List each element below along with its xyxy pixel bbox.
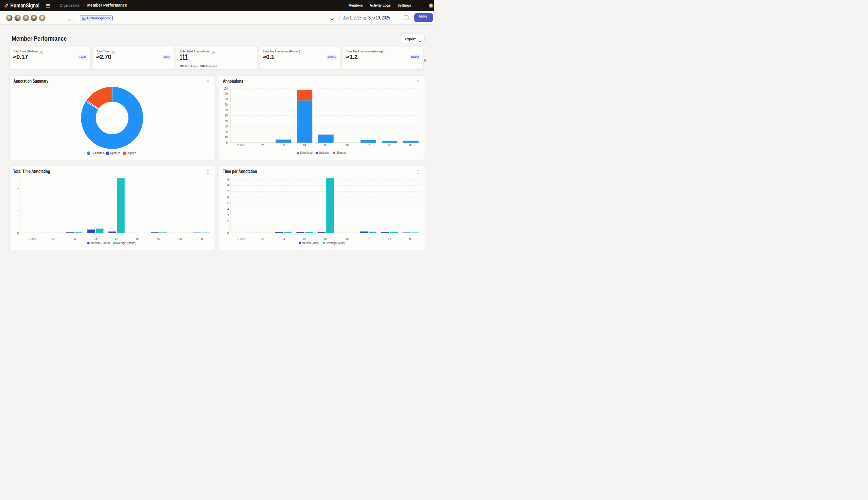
svg-text:80: 80 — [225, 98, 228, 101]
svg-text:60: 60 — [225, 109, 228, 112]
svg-text:0: 0 — [17, 231, 19, 235]
svg-text:4: 4 — [227, 208, 229, 211]
svg-text:03: 03 — [73, 237, 76, 240]
svg-text:06: 06 — [345, 144, 349, 147]
svg-text:10: 10 — [225, 136, 228, 139]
svg-text:1: 1 — [227, 225, 229, 228]
svg-text:90: 90 — [225, 92, 228, 95]
svg-text:2: 2 — [17, 188, 19, 191]
svg-text:05: 05 — [324, 144, 327, 147]
svg-text:100: 100 — [223, 87, 228, 90]
svg-text:5: 5 — [227, 202, 229, 205]
svg-text:01 2025: 01 2025 — [28, 237, 36, 240]
svg-text:04: 04 — [303, 237, 306, 240]
svg-text:04: 04 — [303, 144, 306, 147]
svg-text:08: 08 — [178, 237, 182, 240]
svg-text:3: 3 — [227, 214, 229, 217]
svg-text:70: 70 — [225, 103, 228, 106]
svg-text:0: 0 — [227, 231, 229, 235]
svg-text:08: 08 — [388, 237, 391, 240]
svg-text:09: 09 — [409, 144, 412, 147]
svg-text:03: 03 — [282, 144, 285, 147]
svg-text:05: 05 — [115, 237, 118, 240]
svg-text:04: 04 — [94, 237, 97, 240]
svg-text:6: 6 — [227, 196, 229, 199]
svg-text:06: 06 — [136, 237, 139, 240]
svg-text:02: 02 — [261, 237, 264, 240]
svg-text:9: 9 — [227, 178, 229, 181]
svg-text:1: 1 — [17, 209, 19, 213]
svg-text:09: 09 — [200, 237, 203, 240]
svg-text:2: 2 — [227, 219, 229, 223]
svg-text:07: 07 — [367, 237, 370, 240]
svg-text:01 2025: 01 2025 — [237, 144, 245, 147]
svg-text:7: 7 — [227, 190, 229, 193]
svg-text:40: 40 — [225, 120, 228, 123]
svg-text:07: 07 — [157, 237, 161, 240]
svg-text:08: 08 — [388, 144, 391, 147]
svg-text:06: 06 — [345, 237, 349, 240]
svg-text:09: 09 — [409, 237, 412, 240]
svg-text:01 2025: 01 2025 — [237, 237, 245, 240]
svg-text:50: 50 — [225, 114, 228, 117]
svg-text:02: 02 — [261, 144, 264, 147]
svg-text:07: 07 — [367, 144, 370, 147]
svg-text:8: 8 — [227, 184, 229, 187]
svg-text:0: 0 — [226, 141, 228, 144]
svg-text:03: 03 — [282, 237, 285, 240]
svg-text:20: 20 — [225, 130, 228, 134]
svg-text:30: 30 — [225, 125, 228, 128]
svg-text:02: 02 — [51, 237, 55, 240]
svg-text:05: 05 — [324, 237, 327, 240]
